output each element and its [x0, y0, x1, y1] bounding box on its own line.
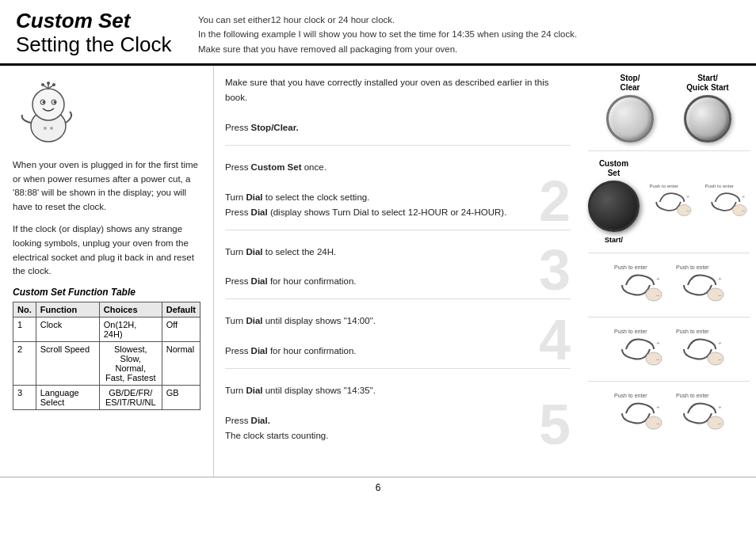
dial-4a-icon: Push to enter + −	[610, 325, 666, 373]
table-row: 3 Language Select GB/DE/FR/ES/IT/RU/NL G…	[13, 386, 200, 410]
mascot-illustration	[13, 77, 84, 148]
svg-text:+: +	[656, 276, 660, 283]
desc-line3: Make sure that you have removed all pack…	[198, 42, 577, 56]
start-quick-start-button[interactable]	[684, 95, 731, 143]
svg-text:−: −	[741, 208, 744, 214]
header-title: Custom Set Setting the Clock	[16, 10, 174, 57]
svg-text:Push to enter: Push to enter	[614, 264, 647, 270]
buttons-column: Stop/Clear Start/Quick Start CustomSet S…	[582, 66, 756, 477]
svg-text:Push to enter: Push to enter	[614, 393, 647, 398]
svg-text:−: −	[656, 292, 660, 299]
step-2-block: Press Custom Set once. Turn Dial to sele…	[225, 160, 571, 230]
col-function: Function	[36, 302, 99, 318]
btn-row-2: CustomSet Start/ Push to enter + − Push …	[588, 159, 750, 253]
start-quick-start-item: Start/Quick Start	[672, 74, 743, 143]
btn-row-3: Push to enter + − Push to enter + −	[588, 261, 750, 318]
stop-clear-label: Stop/Clear	[620, 74, 640, 93]
svg-point-11	[52, 83, 55, 86]
step-2-text: Press Custom Set once. Turn Dial to sele…	[225, 160, 571, 220]
svg-point-9	[47, 82, 50, 85]
instructions-column: Make sure that you have correctly instal…	[214, 66, 582, 477]
left-para2: If the clock (or display) shows any stra…	[13, 222, 200, 279]
svg-text:+: +	[686, 193, 689, 199]
svg-text:Push to enter: Push to enter	[614, 329, 647, 334]
left-para1: When your oven is plugged in for the fir…	[13, 158, 200, 215]
svg-text:−: −	[718, 292, 722, 299]
dial-3a-icon: Push to enter + −	[610, 261, 666, 309]
desc-line1: You can set either12 hour clock or 24 ho…	[198, 13, 577, 27]
btn-row-5: Push to enter + − Push to enter + −	[588, 390, 750, 445]
table-row: 2 Scroll Speed Slowest, Slow,Normal,Fast…	[13, 342, 200, 386]
svg-text:+: +	[718, 276, 722, 283]
svg-text:+: +	[656, 404, 660, 411]
right-side: Make sure that you have correctly instal…	[214, 66, 756, 477]
svg-text:Push to enter: Push to enter	[704, 183, 734, 188]
step-5-block: Turn Dial until display shows "14:35". P…	[225, 383, 571, 453]
col-default: Default	[162, 302, 200, 318]
svg-text:Push to enter: Push to enter	[676, 264, 709, 270]
custom-start-label: Start/	[605, 236, 623, 245]
btn-row-4: Push to enter + − Push to enter + −	[588, 325, 750, 382]
col-choices: Choices	[99, 302, 162, 318]
svg-text:Push to enter: Push to enter	[676, 329, 709, 334]
function-table-title: Custom Set Function Table	[13, 287, 200, 298]
step-4-block: Turn Dial until display shows "14:00". P…	[225, 314, 571, 369]
svg-point-10	[41, 83, 44, 86]
step-3-block: Turn Dial to select the 24H. Press Dial …	[225, 245, 571, 300]
title-normal: Setting the Clock	[16, 32, 174, 57]
stop-clear-button[interactable]	[606, 95, 654, 143]
svg-text:Push to enter: Push to enter	[676, 393, 709, 398]
svg-text:−: −	[656, 420, 660, 428]
dial-5a-icon: Push to enter + −	[610, 390, 666, 437]
custom-set-item: CustomSet Start/	[588, 159, 640, 245]
page-number: 6	[0, 477, 756, 498]
svg-text:+: +	[718, 404, 722, 411]
start-quick-start-label: Start/Quick Start	[686, 74, 728, 93]
dial-5b-icon: Push to enter + −	[672, 390, 727, 437]
svg-text:+: +	[741, 193, 744, 199]
svg-text:+: +	[656, 340, 660, 347]
svg-text:+: +	[718, 340, 722, 347]
main-content: When your oven is plugged in for the fir…	[0, 66, 756, 477]
header-description: You can set either12 hour clock or 24 ho…	[198, 10, 577, 56]
col-no: No.	[13, 302, 36, 318]
dial-1-icon: Push to enter + −	[646, 178, 695, 226]
step-4-text: Turn Dial until display shows "14:00". P…	[225, 314, 571, 359]
svg-text:−: −	[686, 208, 689, 214]
dial-3b-icon: Push to enter + −	[672, 261, 727, 309]
dial-4b-icon: Push to enter + −	[672, 325, 727, 373]
step-5-text: Turn Dial until display shows "14:35". P…	[225, 383, 571, 443]
title-italic: Custom Set	[16, 10, 174, 32]
header: Custom Set Setting the Clock You can set…	[0, 0, 756, 66]
custom-set-button[interactable]	[588, 181, 640, 232]
btn-row-1: Stop/Clear Start/Quick Start	[588, 74, 750, 151]
svg-point-4	[43, 101, 45, 103]
desc-line2: In the following example I will show you…	[198, 27, 577, 41]
custom-set-label: CustomSet	[599, 159, 628, 178]
svg-point-12	[44, 127, 47, 130]
dial-2-icon: Push to enter + −	[701, 178, 750, 226]
svg-point-5	[54, 101, 56, 103]
svg-point-1	[32, 89, 64, 120]
svg-point-13	[50, 127, 53, 130]
step-1-text: Make sure that you have correctly instal…	[225, 75, 571, 135]
svg-text:−: −	[656, 356, 660, 363]
step-3-text: Turn Dial to select the 24H. Press Dial …	[225, 245, 571, 290]
function-table: No. Function Choices Default 1 Clock On(…	[13, 302, 200, 410]
svg-text:−: −	[718, 420, 722, 428]
stop-clear-item: Stop/Clear	[594, 74, 666, 143]
svg-text:−: −	[718, 356, 722, 363]
left-column: When your oven is plugged in for the fir…	[0, 66, 214, 477]
table-row: 1 Clock On(12H, 24H) Off	[13, 318, 200, 342]
svg-text:Push to enter: Push to enter	[649, 183, 678, 188]
step-1-block: Make sure that you have correctly instal…	[225, 75, 571, 146]
